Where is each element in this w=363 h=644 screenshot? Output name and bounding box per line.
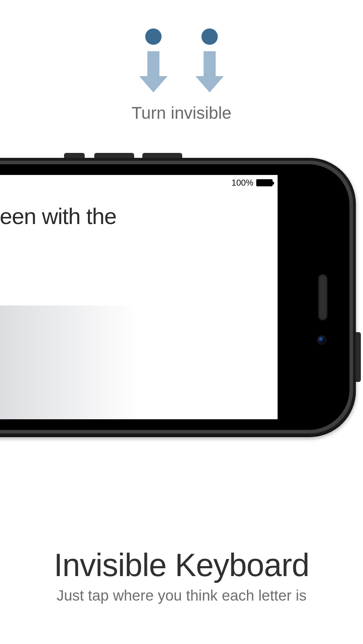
phone-camera bbox=[318, 336, 325, 344]
page-subtitle: Just tap where you think each letter is bbox=[0, 587, 363, 604]
keyboard[interactable]: QWERTYUIOP ASDFGHJKL ZXCVBNM bbox=[0, 305, 139, 419]
phone-power-button bbox=[356, 332, 361, 382]
headline-pre: Take back your screen with the bbox=[0, 204, 116, 229]
phone-volume-up bbox=[94, 153, 134, 158]
page-title: Invisible Keyboard bbox=[0, 547, 363, 584]
gesture-arrows bbox=[139, 28, 224, 92]
phone-screen: PM 100% Take back your screen with the i… bbox=[0, 175, 278, 419]
headline: Take back your screen with the invisible… bbox=[0, 203, 171, 255]
phone-mute-switch bbox=[64, 153, 85, 158]
battery-icon bbox=[256, 179, 273, 186]
gesture-illustration: Turn invisible bbox=[117, 28, 246, 123]
phone-speaker bbox=[318, 274, 327, 320]
gesture-label: Turn invisible bbox=[132, 103, 232, 123]
phone-volume-down bbox=[142, 153, 182, 158]
swipe-down-arrow-icon bbox=[195, 28, 224, 92]
phone-frame: PM 100% Take back your screen with the i… bbox=[0, 158, 356, 437]
status-bar: PM 100% bbox=[0, 175, 278, 189]
status-battery-pct: 100% bbox=[232, 178, 253, 188]
swipe-down-arrow-icon bbox=[139, 28, 168, 92]
status-battery: 100% bbox=[232, 178, 273, 188]
